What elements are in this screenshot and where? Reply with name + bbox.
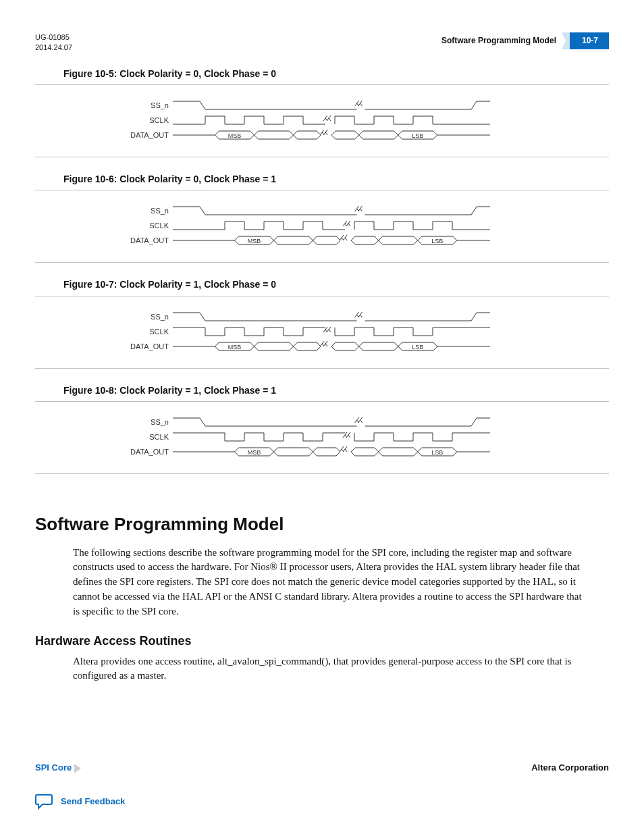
timing-waveform: MSB LSB [173, 130, 490, 142]
figure-caption: Figure 10-8: Clock Polarity = 1, Clock P… [63, 384, 609, 397]
timing-waveform [173, 417, 490, 429]
timing-diagram: SS_n SCLK DATA_OUT MSB LSB [116, 311, 609, 353]
timing-waveform [173, 432, 490, 444]
timing-waveform [173, 326, 490, 338]
signal-label: SCLK [116, 327, 173, 338]
timing-waveform [173, 220, 490, 232]
section-para-2: Altera provides one access routine, alt_… [73, 654, 586, 684]
page-number: 10-7 [570, 32, 609, 49]
figures-region: Figure 10-5: Clock Polarity = 0, Clock P… [35, 67, 609, 474]
timing-waveform [173, 205, 490, 217]
signal-label: DATA_OUT [116, 236, 173, 246]
signal-label: SS_n [116, 101, 173, 111]
figure-rule [35, 190, 609, 190]
header-right: Software Programming Model 10-7 [441, 32, 609, 49]
svg-text:MSB: MSB [228, 344, 242, 350]
figure-rule [35, 473, 609, 474]
signal-label: SCLK [116, 432, 173, 443]
footer-left[interactable]: SPI Core [35, 762, 85, 775]
figure-rule [35, 296, 609, 296]
signal-label: SS_n [116, 312, 173, 323]
timing-waveform [173, 115, 490, 127]
svg-text:LSB: LSB [412, 344, 423, 350]
signal-label: DATA_OUT [116, 130, 173, 141]
timing-diagram: SS_n SCLK DATA_OUT MSB LSB [116, 417, 609, 459]
send-feedback-link[interactable]: Send Feedback [35, 793, 609, 810]
timing-diagram: SS_n SCLK DATA_OUT MSB LSB [116, 205, 609, 247]
section-para-1: The following sections describe the soft… [73, 546, 586, 619]
speech-bubble-icon [35, 793, 54, 810]
figure-caption: Figure 10-7: Clock Polarity = 1, Clock P… [63, 278, 609, 291]
running-title: Software Programming Model [441, 35, 570, 47]
figure-rule [35, 401, 609, 402]
doc-id: UG-01085 [35, 32, 72, 43]
signal-label: DATA_OUT [116, 342, 173, 353]
figure-rule [35, 84, 609, 85]
figure-rule [35, 368, 609, 369]
timing-waveform: MSB LSB [173, 446, 490, 459]
timing-diagram: SS_n SCLK DATA_OUT MSB LSB [116, 100, 609, 142]
figure-rule [35, 262, 609, 263]
signal-label: SS_n [116, 206, 173, 217]
footer-right: Altera Corporation [531, 762, 609, 775]
page-footer: SPI Core Altera Corporation Send Feedbac… [35, 762, 609, 810]
signal-label: SCLK [116, 221, 173, 232]
p2-lead: Altera provides one access routine, [73, 656, 217, 667]
svg-text:LSB: LSB [431, 449, 443, 456]
chevron-right-icon [74, 764, 81, 773]
page-badge: 10-7 [570, 32, 609, 49]
svg-text:MSB: MSB [228, 132, 242, 139]
timing-waveform [173, 100, 490, 112]
timing-waveform: MSB LSB [173, 235, 490, 247]
section-heading: Software Programming Model [35, 512, 609, 538]
timing-waveform: MSB LSB [173, 341, 490, 353]
signal-label: SS_n [116, 417, 173, 428]
figure-caption: Figure 10-6: Clock Polarity = 0, Clock P… [63, 172, 609, 186]
svg-text:MSB: MSB [248, 238, 261, 244]
signal-label: DATA_OUT [116, 447, 173, 458]
feedback-label: Send Feedback [61, 796, 125, 808]
timing-waveform [173, 311, 490, 323]
subsection-heading: Hardware Access Routines [35, 632, 609, 650]
header-left: UG-01085 2014.24.07 [35, 32, 72, 53]
figure-rule [35, 157, 609, 157]
figure-caption: Figure 10-5: Clock Polarity = 0, Clock P… [63, 67, 609, 80]
page-header: UG-01085 2014.24.07 Software Programming… [35, 32, 609, 53]
signal-label: SCLK [116, 115, 173, 126]
routine-name: alt_avalon_spi_command() [217, 656, 328, 667]
svg-text:MSB: MSB [248, 449, 261, 456]
svg-text:LSB: LSB [431, 238, 443, 244]
doc-date: 2014.24.07 [35, 43, 72, 53]
svg-text:LSB: LSB [412, 132, 423, 139]
